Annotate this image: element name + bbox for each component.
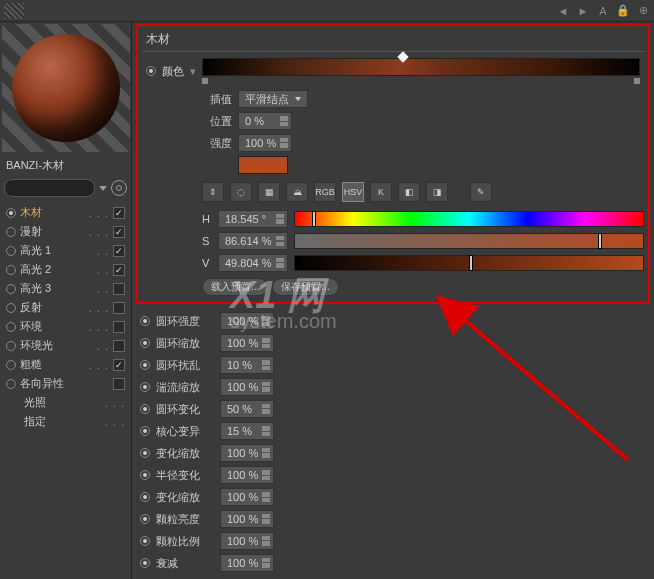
property-spinner[interactable]: 100 % [220,488,274,506]
channel-row[interactable]: 漫射 . . . [2,222,129,241]
channel-checkbox[interactable] [113,340,125,352]
property-spinner[interactable]: 100 % [220,466,274,484]
channel-checkbox[interactable] [113,283,125,295]
color-swatch[interactable] [238,156,288,174]
load-preset-button[interactable]: 载入预置... [202,278,268,296]
save-preset-button[interactable]: 保存预置... [272,278,338,296]
channel-checkbox[interactable] [113,245,125,257]
val-handle[interactable] [469,255,473,271]
v-spinner[interactable]: 49.804 % [218,254,288,272]
property-spinner[interactable]: 100 % [220,510,274,528]
property-spinner[interactable]: 100 % [220,554,274,572]
extra-row[interactable]: 指定. . . [2,412,129,431]
sat-slider[interactable] [294,233,644,249]
channel-radio[interactable] [6,246,16,256]
property-radio[interactable] [140,404,150,414]
property-radio[interactable] [140,360,150,370]
channel-radio[interactable] [6,303,16,313]
property-radio[interactable] [140,382,150,392]
channel-row[interactable]: 高光 2 . . [2,260,129,279]
channel-radio[interactable] [6,265,16,275]
channel-radio[interactable] [6,284,16,294]
tool-button[interactable]: ⛰ [286,182,308,202]
property-radio[interactable] [140,558,150,568]
intensity-spinner[interactable]: 100 % [238,134,292,152]
channel-checkbox[interactable] [113,321,125,333]
arrow-right-icon[interactable]: ► [576,4,590,18]
text-icon[interactable]: A [596,4,610,18]
channel-row[interactable]: 粗糙 . . . [2,355,129,374]
add-icon[interactable]: ⊕ [636,4,650,18]
property-radio[interactable] [140,492,150,502]
tool-button[interactable]: HSV [342,182,364,202]
property-radio[interactable] [140,316,150,326]
tool-button[interactable]: ◌ [230,182,252,202]
property-spinner[interactable]: 50 % [220,400,274,418]
tool-button[interactable]: ⇕ [202,182,224,202]
channel-row[interactable]: 高光 3 . . [2,279,129,298]
property-spinner[interactable]: 100 % [220,532,274,550]
property-radio[interactable] [140,338,150,348]
color-dropdown-icon[interactable]: ▾ [190,65,196,78]
channel-row[interactable]: 木材 . . . [2,203,129,222]
tool-button[interactable]: K [370,182,392,202]
channel-checkbox[interactable] [113,302,125,314]
property-label: 颗粒亮度 [156,512,214,527]
channel-row[interactable]: 各向异性 [2,374,129,393]
tool-button[interactable]: ◧ [398,182,420,202]
property-label: 圆环扰乱 [156,358,214,373]
property-spinner[interactable]: 100 % [220,378,274,396]
channel-dots: . . . [89,302,109,314]
property-radio[interactable] [140,426,150,436]
channel-radio[interactable] [6,360,16,370]
interp-dropdown[interactable]: 平滑结点 [238,90,308,108]
gradient-range[interactable] [202,78,640,84]
property-label: 半径变化 [156,468,214,483]
channel-radio[interactable] [6,379,16,389]
target-icon[interactable] [111,180,127,196]
property-radio[interactable] [140,448,150,458]
gradient-bar[interactable] [202,58,640,76]
property-radio[interactable] [140,470,150,480]
hue-slider[interactable] [294,211,644,227]
channel-radio[interactable] [6,227,16,237]
gradient-knot[interactable] [398,51,409,62]
channel-radio[interactable] [6,322,16,332]
channel-row[interactable]: 高光 1 . . [2,241,129,260]
channel-row[interactable]: 环境光 . . [2,336,129,355]
property-label: 圆环缩放 [156,336,214,351]
tool-button[interactable]: RGB [314,182,336,202]
channel-row[interactable]: 环境 . . . [2,317,129,336]
position-spinner[interactable]: 0 % [238,112,292,130]
tool-button[interactable]: ▦ [258,182,280,202]
material-preview[interactable] [2,24,130,152]
s-spinner[interactable]: 86.614 % [218,232,288,250]
lock-icon[interactable]: 🔒 [616,4,630,18]
tool-button[interactable]: ◨ [426,182,448,202]
channel-checkbox[interactable] [113,359,125,371]
search-input[interactable] [4,179,95,197]
channel-row[interactable]: 反射 . . . [2,298,129,317]
property-spinner[interactable]: 100 % [220,444,274,462]
channel-checkbox[interactable] [113,264,125,276]
extra-row[interactable]: 光照. . . [2,393,129,412]
property-spinner[interactable]: 100 % [220,334,274,352]
color-radio[interactable] [146,66,156,76]
property-radio[interactable] [140,514,150,524]
channel-checkbox[interactable] [113,226,125,238]
property-spinner[interactable]: 100 % [220,312,274,330]
hue-handle[interactable] [312,211,316,227]
arrow-left-icon[interactable]: ◄ [556,4,570,18]
channel-checkbox[interactable] [113,207,125,219]
val-slider[interactable] [294,255,644,271]
property-spinner[interactable]: 10 % [220,356,274,374]
property-spinner[interactable]: 15 % [220,422,274,440]
h-spinner[interactable]: 18.545 ° [218,210,288,228]
channel-radio[interactable] [6,208,16,218]
channel-checkbox[interactable] [113,378,125,390]
tool-button[interactable]: ✎ [470,182,492,202]
property-radio[interactable] [140,536,150,546]
sat-handle[interactable] [598,233,602,249]
channel-radio[interactable] [6,341,16,351]
dropdown-arrow-icon[interactable] [99,186,107,191]
